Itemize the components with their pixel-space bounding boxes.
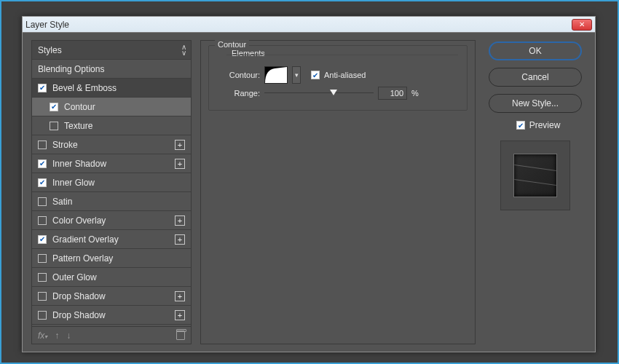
style-label: Inner Glow [52, 178, 185, 188]
style-row-drop-shadow[interactable]: Drop Shadow+ [32, 306, 191, 325]
add-effect-icon[interactable]: + [175, 310, 185, 320]
styles-header[interactable]: Styles∧∨ [32, 41, 191, 60]
style-checkbox[interactable] [38, 292, 47, 301]
style-label: Drop Shadow [52, 310, 175, 320]
style-label: Blending Options [38, 64, 185, 74]
style-row-pattern-overlay[interactable]: Pattern Overlay [32, 249, 191, 268]
ok-button[interactable]: OK [489, 41, 582, 60]
style-checkbox[interactable] [50, 103, 58, 111]
style-label: Contour [64, 102, 185, 112]
style-checkbox[interactable] [38, 141, 47, 149]
preview-checkbox[interactable] [516, 121, 525, 130]
style-row-inner-glow[interactable]: Inner Glow [32, 173, 191, 192]
new-style-button[interactable]: New Style... [489, 94, 582, 113]
style-label: Texture [64, 121, 185, 131]
style-label: Color Overlay [52, 215, 175, 226]
add-effect-icon[interactable]: + [175, 291, 185, 301]
style-checkbox[interactable] [38, 84, 47, 92]
add-effect-icon[interactable]: + [175, 234, 185, 245]
style-row-blending-options[interactable]: Blending Options [32, 60, 191, 79]
settings-panel: Contour Elements Contour: ▾ Anti-aliased… [200, 40, 476, 344]
style-row-inner-shadow[interactable]: Inner Shadow+ [32, 154, 191, 173]
elements-subtitle: Elements [229, 49, 267, 58]
style-checkbox[interactable] [38, 159, 47, 168]
preview-thumbnail [500, 141, 570, 210]
contour-picker[interactable] [264, 66, 288, 84]
style-checkbox[interactable] [38, 311, 47, 320]
antialiased-checkbox[interactable] [311, 71, 320, 79]
style-checkbox[interactable] [38, 216, 47, 225]
fx-icon[interactable]: fx▾ [38, 331, 47, 341]
styles-footer: fx▾ ↑ ↓ [31, 327, 192, 344]
add-effect-icon[interactable]: + [175, 159, 185, 169]
chevron-down-icon[interactable]: ∨ [181, 49, 186, 57]
layer-style-dialog: Layer Style ✕ Styles∧∨Blending OptionsBe… [22, 16, 596, 352]
window-title: Layer Style [25, 20, 572, 30]
style-checkbox[interactable] [38, 273, 47, 282]
style-row-color-overlay[interactable]: Color Overlay+ [32, 211, 191, 230]
close-button[interactable]: ✕ [572, 19, 592, 31]
cancel-button[interactable]: Cancel [489, 68, 582, 87]
style-checkbox[interactable] [38, 197, 47, 206]
contour-label: Contour: [219, 71, 260, 79]
style-label: Gradient Overlay [52, 234, 175, 245]
style-row-satin[interactable]: Satin [32, 192, 191, 211]
style-label: Outer Glow [52, 272, 185, 282]
action-panel: OK Cancel New Style... Preview [484, 40, 586, 344]
style-checkbox[interactable] [38, 178, 47, 187]
style-checkbox[interactable] [50, 122, 58, 130]
arrow-down-icon[interactable]: ↓ [66, 331, 71, 341]
range-label: Range: [219, 89, 260, 98]
style-row-gradient-overlay[interactable]: Gradient Overlay+ [32, 230, 191, 249]
style-label: Inner Shadow [52, 159, 175, 169]
style-row-texture[interactable]: Texture [32, 116, 191, 135]
range-input[interactable] [378, 87, 407, 100]
style-row-stroke[interactable]: Stroke+ [32, 135, 191, 154]
style-row-contour[interactable]: Contour [32, 98, 191, 116]
add-effect-icon[interactable]: + [175, 140, 185, 150]
style-label: Bevel & Emboss [52, 83, 185, 93]
style-row-drop-shadow[interactable]: Drop Shadow+ [32, 287, 191, 306]
range-slider[interactable] [264, 90, 374, 96]
styles-panel: Styles∧∨Blending OptionsBevel & EmbossCo… [31, 40, 192, 344]
titlebar[interactable]: Layer Style ✕ [23, 17, 595, 33]
style-row-bevel-emboss[interactable]: Bevel & Emboss [32, 79, 191, 98]
arrow-up-icon[interactable]: ↑ [55, 331, 59, 341]
trash-icon[interactable] [176, 331, 185, 340]
style-label: Pattern Overlay [52, 253, 185, 264]
add-effect-icon[interactable]: + [175, 215, 185, 226]
contour-group: Contour Elements Contour: ▾ Anti-aliased… [208, 45, 468, 111]
preview-label: Preview [529, 120, 561, 130]
contour-dropdown[interactable]: ▾ [292, 66, 301, 84]
style-row-outer-glow[interactable]: Outer Glow [32, 268, 191, 287]
antialiased-label: Anti-aliased [324, 71, 366, 79]
style-checkbox[interactable] [38, 235, 47, 244]
contour-curve-icon [265, 67, 287, 84]
style-label: Satin [52, 197, 185, 207]
contour-group-title: Contour [215, 40, 249, 49]
style-label: Stroke [52, 140, 175, 150]
style-label: Drop Shadow [52, 291, 175, 301]
style-checkbox[interactable] [38, 254, 47, 263]
range-unit: % [411, 89, 419, 98]
